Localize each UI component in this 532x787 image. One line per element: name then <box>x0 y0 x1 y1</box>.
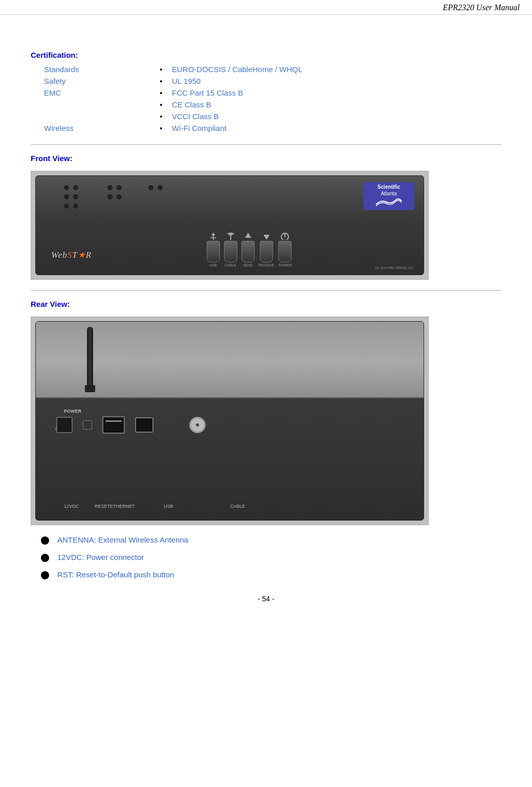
front-view-section: Front View: <box>31 154 501 280</box>
bullet-item-antenna: ANTENNA: External Wireless Antenna <box>41 535 501 545</box>
ethernet-port-visual <box>102 416 125 434</box>
rear-view-frame: POWER NNA 12VDC RESET ETHERNET USB CABLE <box>31 317 429 525</box>
divider-1 <box>31 144 501 145</box>
ethernet-label: ETHERNET <box>110 504 135 509</box>
btn-label-usb: USB <box>209 263 216 267</box>
device-body: POWER NNA 12VDC RESET ETHERNET USB CABLE <box>36 397 424 520</box>
cable-label: CABLE <box>230 504 246 509</box>
page-number: - 54 - <box>31 595 501 603</box>
cert-value-standards: EURO-DOCSIS / CableHome / WHQL <box>169 63 512 75</box>
btn-cable: CABLE <box>224 233 237 267</box>
front-dots-area-2 <box>107 185 124 201</box>
power-port <box>56 417 73 433</box>
btn-label-cable: CABLE <box>225 263 236 267</box>
dot-10 <box>117 194 122 199</box>
rear-view-section: Rear View: POWER NNA 1 <box>31 300 501 579</box>
dot-12 <box>158 185 163 190</box>
cert-row-emc2: • CE Class B <box>41 99 512 110</box>
usb-label: USB <box>164 504 173 509</box>
rear-view-heading: Rear View: <box>31 300 501 308</box>
cable-coax-port <box>189 417 206 433</box>
dot-1 <box>64 185 69 190</box>
header-bar: EPR2320 User Manual <box>0 0 532 15</box>
power-port-label: POWER <box>64 409 81 414</box>
cert-label-safety: Safety <box>41 75 153 87</box>
bullet-dot-2 <box>41 554 49 562</box>
rear-view-device: POWER NNA 12VDC RESET ETHERNET USB CABLE <box>35 321 424 521</box>
sa-byline: by Scientific-Atlanta, Inc. <box>375 266 414 269</box>
bullet-dot-1 <box>41 536 49 545</box>
webstar-logo: WebST★R <box>51 250 92 260</box>
certification-section: Certification: Standards • EURO-DOCSIS /… <box>31 51 501 134</box>
rear-view-bullet-list: ANTENNA: External Wireless Antenna 12VDC… <box>41 535 501 579</box>
power-icon <box>280 232 290 240</box>
cert-bullet-6: • <box>153 122 169 134</box>
cert-bullet-3: • <box>153 87 169 99</box>
dot-3 <box>64 194 69 199</box>
star-s: S <box>68 250 73 260</box>
cert-bullet-2: • <box>153 75 169 87</box>
cert-label-wireless: Wireless <box>41 122 153 134</box>
cert-value-emc3: VCCI Class B <box>169 110 512 122</box>
cert-label-emc3 <box>41 110 153 122</box>
ports-container <box>56 416 206 434</box>
certification-table: Standards • EURO-DOCSIS / CableHome / WH… <box>41 63 512 134</box>
ethernet-contacts <box>105 420 122 422</box>
cable-icon <box>226 233 236 240</box>
manual-title: EPR2320 User Manual <box>443 3 520 12</box>
btn-label-send: SEND <box>243 263 253 267</box>
rear-view-image-container: POWER NNA 12VDC RESET ETHERNET USB CABLE <box>31 317 501 525</box>
front-view-device: WebST★R Scientific Atlanta <box>35 175 424 275</box>
sa-logo: Scientific Atlanta <box>363 182 414 210</box>
antenna <box>87 327 93 388</box>
cert-row-standards: Standards • EURO-DOCSIS / CableHome / WH… <box>41 63 512 75</box>
btn-body-up <box>241 241 255 262</box>
front-dots-area-3 <box>148 185 165 192</box>
cert-row-wireless: Wireless • Wi-Fi Compliant <box>41 122 512 134</box>
usb-port-visual <box>135 417 153 433</box>
cert-row-emc3: • VCCI Class B <box>41 110 512 122</box>
dot-11 <box>148 185 153 190</box>
cert-label-standards: Standards <box>41 63 153 75</box>
dot-2 <box>73 185 78 190</box>
reset-label: RESET <box>95 504 110 509</box>
dot-9 <box>107 194 113 199</box>
bullet-text-rst: RST: Reset-to-Default push button <box>57 570 174 579</box>
btn-label-power: POWER <box>278 263 292 267</box>
bullet-text-antenna: ANTENNA: External Wireless Antenna <box>57 535 188 544</box>
svg-rect-2 <box>229 233 233 235</box>
bullet-text-power: 12VDC: Power connector <box>57 553 144 561</box>
divider-2 <box>31 290 501 290</box>
btn-usb: USB <box>207 233 220 267</box>
btn-body-usb <box>207 241 220 262</box>
sa-logo-text: Scientific Atlanta <box>373 184 404 209</box>
bullet-dot-3 <box>41 571 49 579</box>
voltage-label: 12VDC <box>64 504 79 509</box>
cert-label-emc: EMC <box>41 87 153 99</box>
front-view-heading: Front View: <box>31 154 501 163</box>
cert-row-safety: Safety • UL 1950 <box>41 75 512 87</box>
up-arrow-icon <box>243 233 253 240</box>
cert-value-safety: UL 1950 <box>169 75 512 87</box>
cert-label-emc2 <box>41 99 153 110</box>
cert-value-wireless: Wi-Fi Compliant <box>169 122 512 134</box>
sa-logo-line2: Atlanta <box>373 190 404 197</box>
btn-down: RECEIVE <box>259 233 275 267</box>
dot-5 <box>64 204 69 209</box>
sa-logo-line1: Scientific <box>373 184 404 190</box>
cert-value-emc1: FCC Part 15 Class B <box>169 87 512 99</box>
usb-icon <box>208 233 219 240</box>
cert-row-emc: EMC • FCC Part 15 Class B <box>41 87 512 99</box>
sa-waves-icon <box>373 197 404 207</box>
down-arrow-icon <box>261 233 272 240</box>
bullet-item-power: 12VDC: Power connector <box>41 553 501 562</box>
btn-body-power <box>278 241 292 262</box>
front-view-image-container: WebST★R Scientific Atlanta <box>31 171 501 280</box>
dot-6 <box>73 204 78 209</box>
cert-bullet-4: • <box>153 99 169 110</box>
reset-button-visual <box>83 420 92 430</box>
cert-value-emc2: CE Class B <box>169 99 512 110</box>
buttons-row: USB CABLE <box>207 232 292 267</box>
btn-up: SEND <box>241 233 255 267</box>
dot-4 <box>73 194 78 199</box>
